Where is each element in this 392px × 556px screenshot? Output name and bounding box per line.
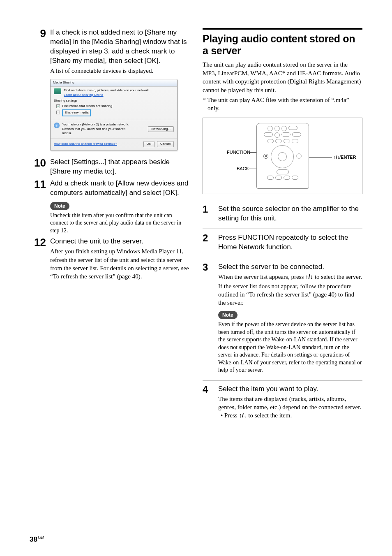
remote-body (256, 123, 309, 189)
callout-line (309, 157, 332, 158)
remote-diagram: FUNCTION BACK ↑/↓/ENTER (203, 118, 362, 194)
dialog-title: Media Sharing (51, 79, 177, 87)
media-sharing-dialog: Media Sharing Find and share music, pict… (50, 79, 178, 151)
step-lead: Set the source selector on the amplifier… (218, 204, 362, 223)
bullet: • Press ↑/↓ to select the item. (226, 411, 362, 419)
step-4: 4 Select the item you want to play. The … (203, 385, 362, 420)
networking-button[interactable]: Networking... (148, 126, 174, 132)
note-label: Note (50, 202, 69, 210)
back-label: BACK (237, 166, 249, 172)
separator (203, 380, 362, 380)
firewall-link[interactable]: How does sharing change firewall setting… (54, 142, 117, 146)
note-text: Uncheck this item after you confirm that… (50, 212, 189, 234)
note-text: Even if the power of the server device o… (218, 321, 362, 374)
step-lead: If a check is not added next to [Share m… (50, 28, 189, 66)
function-label: FUNCTION (227, 149, 250, 155)
enter-label: ↑/↓/ENTER (334, 154, 356, 160)
share-media-button[interactable]: Share my media (62, 109, 91, 116)
step-lead: Select the server to be connected. (218, 262, 362, 272)
step-number: 11 (30, 179, 46, 234)
sharing-section-label: Sharing settings (54, 99, 174, 103)
step-11: 11 Add a check mark to [Allow new device… (30, 179, 189, 234)
step-number: 12 (30, 237, 46, 280)
heading-rule (203, 28, 362, 30)
separator (203, 229, 362, 229)
step-number: 1 (203, 204, 212, 223)
page-number: 38GB (30, 534, 44, 544)
dialog-desc: Find and share music, pictures, and vide… (64, 88, 149, 93)
step-sub: A list of connectable devices is display… (50, 67, 189, 75)
step-lead: Connect the unit to the server. (50, 237, 189, 246)
share-media-checkbox[interactable] (56, 111, 60, 114)
intro-paragraph: The unit can play audio content stored o… (203, 60, 362, 94)
step-sub2: If the server list does not appear, foll… (218, 282, 362, 307)
info-icon: i (54, 123, 60, 128)
step-number: 4 (203, 385, 212, 420)
step-9: 9 If a check is not added next to [Share… (30, 28, 189, 75)
step-10: 10 Select [Settings...] that appears bes… (30, 158, 189, 176)
cancel-button[interactable]: Cancel (157, 141, 174, 147)
step-number: 2 (203, 233, 212, 252)
note-label: Note (218, 311, 238, 319)
section-heading: Playing audio content stored on a server (203, 33, 362, 56)
step-number: 9 (30, 28, 46, 75)
media-icon (54, 88, 61, 94)
step-sub: When the server list appears, press ↑/↓ … (218, 273, 362, 281)
separator (203, 200, 362, 200)
step-lead: Select [Settings...] that appears beside… (50, 158, 189, 176)
step-number: 3 (203, 262, 212, 374)
footnote: * The unit can play AAC files with the e… (208, 96, 362, 113)
network-message: Your network (Network 2) is a private ne… (62, 123, 136, 136)
learn-link[interactable]: Learn about sharing Online (64, 93, 104, 97)
separator (203, 258, 362, 258)
step-lead: Press FUNCTION repeatedly to select the … (218, 233, 362, 252)
step-1: 1 Set the source selector on the amplifi… (203, 204, 362, 223)
step-2: 2 Press FUNCTION repeatedly to select th… (203, 233, 362, 252)
step-sub: After you finish setting up Windows Medi… (50, 247, 189, 280)
step-lead: Select the item you want to play. (218, 385, 362, 394)
step-lead: Add a check mark to [Allow new devices a… (50, 179, 189, 198)
find-media-checkbox[interactable] (56, 104, 60, 108)
ok-button[interactable]: OK (143, 141, 155, 147)
step-sub: The items that are displayed (tracks, ar… (218, 395, 362, 412)
step-3: 3 Select the server to be connected. Whe… (203, 262, 362, 374)
step-12: 12 Connect the unit to the server. After… (30, 237, 189, 280)
find-media-label: Find media that others are sharing (62, 104, 112, 108)
step-number: 10 (30, 158, 46, 176)
